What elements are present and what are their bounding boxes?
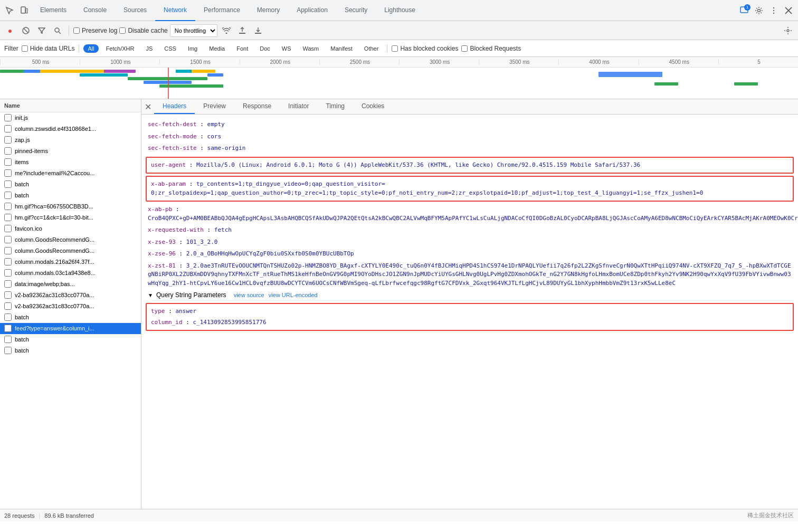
wifi-icon-btn[interactable] (220, 24, 233, 37)
svg-rect-0 (21, 7, 25, 13)
blocked-requests-checkbox[interactable]: Blocked Requests (461, 45, 521, 52)
filter-label: Filter (4, 45, 18, 52)
query-param-row: column_id : c_1413092853995851776 (151, 317, 788, 328)
network-toolbar: ● Preserve log Disable cache No throttli… (0, 21, 798, 40)
tab-cookies[interactable]: Cookies (353, 99, 393, 114)
close-devtools-icon[interactable] (781, 3, 796, 18)
list-item[interactable]: items (0, 157, 141, 168)
list-item[interactable]: batch (0, 190, 141, 201)
list-item[interactable]: init.js (0, 112, 141, 124)
tab-preview[interactable]: Preview (195, 99, 234, 114)
record-btn[interactable]: ● (3, 24, 17, 37)
list-item[interactable]: batch (0, 179, 141, 190)
preserve-log-checkbox[interactable]: Preserve log (73, 27, 117, 34)
upload-icon-btn[interactable] (235, 24, 249, 37)
filter-css[interactable]: CSS (160, 44, 180, 53)
requests-count: 28 requests (4, 512, 34, 519)
filter-media[interactable]: Media (205, 44, 229, 53)
disable-cache-checkbox[interactable]: Disable cache (119, 27, 167, 34)
list-item[interactable]: favicon.ico (0, 223, 141, 234)
tab-performance[interactable]: Performance (195, 0, 249, 21)
list-item[interactable]: column.modals.03c1a9438e8... (0, 268, 141, 279)
tab-response[interactable]: Response (234, 99, 280, 114)
has-blocked-cookies-checkbox[interactable]: Has blocked cookies (392, 45, 458, 52)
header-row: x-ab-pb : CroB4QPXC+gD+AM0BEABbQJQA4gEpg… (141, 204, 798, 224)
filter-wasm[interactable]: Wasm (299, 44, 324, 53)
tab-elements[interactable]: Elements (32, 0, 75, 21)
filter-other[interactable]: Other (360, 44, 383, 53)
main-content: Name init.js column.zswsdid.e4f310868e1.… (0, 99, 798, 509)
list-item-selected[interactable]: feed?type=answer&column_i... (0, 323, 141, 334)
list-item[interactable]: hm.gif?hca=6067550CBB3D... (0, 201, 141, 212)
settings-network-icon[interactable] (781, 24, 795, 37)
close-detail-btn[interactable]: ✕ (141, 100, 154, 113)
filter-img[interactable]: Img (184, 44, 202, 53)
query-param-row: type : answer (151, 306, 788, 317)
list-item[interactable]: batch (0, 345, 141, 356)
filter-fetch-xhr[interactable]: Fetch/XHR (102, 44, 139, 53)
tab-initiator[interactable]: Initiator (280, 99, 317, 114)
inspect-icon[interactable] (2, 3, 17, 18)
detail-tabs: ✕ Headers Preview Response Initiator Tim… (141, 99, 798, 115)
detail-panel: ✕ Headers Preview Response Initiator Tim… (141, 99, 798, 509)
detail-content: sec-fetch-dest : empty sec-fetch-mode : … (141, 115, 798, 509)
header-row: user-agent : Mozilla/5.0 (Linux; Android… (151, 160, 788, 171)
tab-memory[interactable]: Memory (249, 0, 288, 21)
tab-lighthouse[interactable]: Lighthouse (376, 0, 424, 21)
list-item[interactable]: batch (0, 334, 141, 345)
tab-console[interactable]: Console (75, 0, 115, 21)
user-agent-highlight: user-agent : Mozilla/5.0 (Linux; Android… (146, 157, 794, 174)
list-item[interactable]: hm.gif?cc=1&ck=1&cl=30-bit... (0, 212, 141, 223)
query-string-section-header[interactable]: ▼ Query String Parameters view source vi… (141, 289, 798, 301)
header-row: x-zst-81 : 3_2.0ae3TnRUTEvOOUCNMTQnTSHUZ… (141, 260, 798, 290)
filter-font[interactable]: Font (232, 44, 252, 53)
list-item[interactable]: zap.js (0, 135, 141, 146)
filter-js[interactable]: JS (141, 44, 157, 53)
hide-data-urls-checkbox[interactable]: Hide data URLs (22, 45, 75, 52)
list-item[interactable]: pinned-items (0, 146, 141, 157)
filter-all[interactable]: All (83, 44, 98, 53)
tab-headers[interactable]: Headers (154, 99, 195, 114)
svg-rect-1 (26, 8, 27, 13)
timeline-area: 500 ms 1000 ms 1500 ms 2000 ms 2500 ms 3… (0, 57, 798, 99)
list-item[interactable]: column.GoodsRecommendG... (0, 234, 141, 245)
list-item[interactable]: column.zswsdid.e4f310868e1... (0, 124, 141, 135)
list-item[interactable]: column.modals.216a26f4.37f... (0, 256, 141, 268)
tab-timing[interactable]: Timing (317, 99, 353, 114)
header-row: x-zse-93 : 101_3_2.0 (141, 236, 798, 249)
list-item[interactable]: data:image/webp;bas... (0, 279, 141, 290)
device-toggle-icon[interactable] (17, 3, 32, 18)
chat-icon[interactable]: 1 (737, 3, 752, 18)
clear-btn[interactable] (19, 24, 33, 37)
svg-line-13 (59, 32, 61, 34)
list-item[interactable]: batch (0, 312, 141, 323)
filter-ws[interactable]: WS (278, 44, 296, 53)
filter-bar: Filter Hide data URLs All Fetch/XHR JS C… (0, 40, 798, 57)
filter-manifest[interactable]: Manifest (326, 44, 357, 53)
svg-point-4 (758, 9, 761, 12)
svg-point-5 (773, 7, 774, 8)
settings-icon[interactable] (752, 3, 766, 18)
tab-sources[interactable]: Sources (115, 0, 155, 21)
request-list-panel: Name init.js column.zswsdid.e4f310868e1.… (0, 99, 141, 509)
tab-security[interactable]: Security (336, 0, 376, 21)
header-row: x-zse-96 : 2.0_a_OBoHHqHwOpUCYqZgF0biu0S… (141, 248, 798, 260)
tab-application[interactable]: Application (288, 0, 336, 21)
list-item[interactable]: v2-ba92362ac31c83cc0770a... (0, 290, 141, 301)
filter-doc[interactable]: Doc (255, 44, 274, 53)
watermark: 稀土掘金技术社区 (747, 511, 794, 519)
list-item[interactable]: v2-ba92362ac31c83cc0770a... (0, 301, 141, 312)
more-icon[interactable] (766, 3, 781, 18)
header-row: x-ab-param : tp_contents=1;tp_dingyue_vi… (151, 179, 788, 198)
download-icon-btn[interactable] (251, 24, 265, 37)
tab-network[interactable]: Network (155, 0, 195, 21)
list-item[interactable]: me?include=email%2Caccou... (0, 168, 141, 179)
view-source-link[interactable]: view source (234, 292, 264, 298)
query-params-highlight: type : answer column_id : c_141309285399… (146, 303, 794, 331)
view-url-encoded-link[interactable]: view URL-encoded (269, 292, 318, 298)
list-item[interactable]: column.GoodsRecommendG... (0, 245, 141, 256)
throttle-select[interactable]: No throttling (170, 24, 217, 37)
filter-icon-btn[interactable] (35, 24, 49, 37)
search-btn[interactable] (51, 24, 64, 37)
transferred-size: 89.6 kB transferred (44, 512, 94, 519)
